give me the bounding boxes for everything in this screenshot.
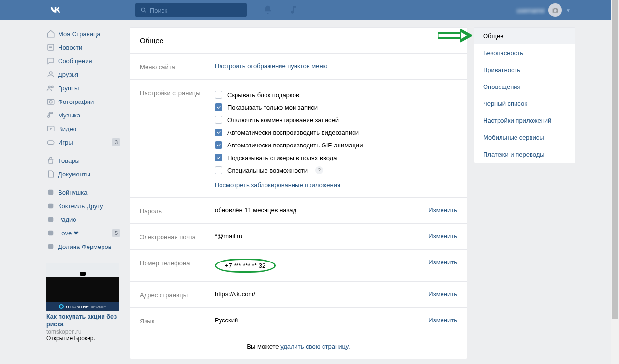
change-address-link[interactable]: Изменить — [428, 291, 457, 298]
notifications-icon[interactable] — [263, 5, 273, 16]
settings-tab-2[interactable]: Приватность — [474, 61, 575, 78]
doc-icon — [46, 170, 58, 178]
nav-item-Игры[interactable]: Игры3 — [44, 135, 123, 149]
settings-tab-7[interactable]: Платежи и переводы — [474, 146, 575, 163]
checkbox-label: Автоматически воспроизводить GIF-анимаци… — [227, 142, 363, 149]
value-phone: +7 *** *** ** 32 — [225, 262, 265, 269]
nav-item-Love ❤[interactable]: Love ❤5 — [44, 226, 123, 240]
nav-label: Долина Фермеров — [58, 243, 123, 250]
row-address: Адрес страницы https://vk.com/ Изменить — [130, 282, 467, 307]
bag-icon — [46, 156, 58, 165]
row-email: Электронная почта *@mail.ru Изменить — [130, 224, 467, 249]
checkbox[interactable] — [215, 116, 222, 124]
label-password: Пароль — [140, 206, 215, 215]
value-password: обновлён 11 месяцев назад — [215, 206, 296, 214]
checkbox-label: Показывать только мои записи — [227, 104, 318, 111]
change-phone-link[interactable]: Изменить — [428, 259, 457, 266]
ad-domain: tomskopen.ru — [46, 328, 119, 335]
row-phone: Номер телефона +7 *** *** ** 32 Изменить — [130, 250, 467, 281]
chevron-down-icon[interactable]: ▼ — [566, 8, 571, 13]
nav-label: Сообщения — [58, 58, 123, 65]
change-password-link[interactable]: Изменить — [428, 206, 457, 214]
search-input[interactable]: Поиск — [135, 3, 247, 17]
link-configure-menu[interactable]: Настроить отображение пунктов меню — [215, 62, 327, 70]
nav-item-Документы[interactable]: Документы — [44, 167, 123, 181]
app-icon — [46, 202, 58, 210]
settings-tab-0[interactable]: Общее — [474, 28, 575, 44]
checkbox-row-6: Специальные возможности? — [215, 164, 457, 176]
checkbox-row-2: Отключить комментирование записей — [215, 114, 457, 126]
nav-item-Войнушка[interactable]: Войнушка — [44, 186, 123, 199]
nav-label: Коктейль Другу — [58, 203, 123, 210]
checkbox-row-5: Подсказывать стикеры в полях ввода — [215, 151, 457, 164]
svg-point-5 — [49, 72, 52, 74]
scrollbar-thumb[interactable] — [612, 0, 618, 319]
settings-tab-1[interactable]: Безопасность — [474, 44, 575, 61]
svg-line-1 — [145, 11, 146, 13]
nav-item-Новости[interactable]: Новости — [44, 41, 123, 54]
label-email: Электронная почта — [140, 233, 215, 241]
checkbox-label: Специальные возможности — [227, 167, 308, 174]
settings-tab-3[interactable]: Оповещения — [474, 78, 575, 95]
nav-item-Долина Фермеров[interactable]: Долина Фермеров — [44, 240, 123, 253]
nav-item-Сообщения[interactable]: Сообщения — [44, 54, 123, 68]
news-icon — [46, 43, 58, 52]
page-title: Общее — [130, 28, 467, 53]
nav-label: Фотографии — [58, 98, 123, 105]
phone-highlight-annotation: +7 *** *** ** 32 — [215, 259, 276, 273]
nav-item-Фотографии[interactable]: Фотографии — [44, 95, 123, 108]
checkbox-label: Подсказывать стикеры в полях ввода — [227, 154, 337, 161]
checkbox-row-0: Скрывать блок подарков — [215, 88, 457, 101]
row-site-menu: Меню сайта Настроить отображение пунктов… — [130, 54, 467, 79]
nav-item-Видео[interactable]: Видео — [44, 122, 123, 135]
username-label: username — [516, 7, 545, 14]
nav-item-Группы[interactable]: Группы — [44, 81, 123, 95]
checkbox[interactable] — [215, 166, 222, 174]
change-language-link[interactable]: Изменить — [428, 317, 457, 324]
nav-label: Видео — [58, 125, 123, 132]
msg-icon — [46, 57, 58, 65]
svg-rect-13 — [48, 204, 54, 209]
svg-rect-12 — [48, 190, 54, 195]
checkbox[interactable] — [215, 103, 222, 111]
nav-item-Товары[interactable]: Товары — [44, 154, 123, 167]
nav-item-Коктейль Другу[interactable]: Коктейль Другу — [44, 199, 123, 213]
music-icon[interactable] — [289, 5, 299, 16]
checkbox[interactable] — [215, 154, 222, 161]
music-icon — [46, 111, 58, 119]
blocked-apps-link[interactable]: Посмотреть заблокированные приложения — [215, 181, 340, 189]
scrollbar[interactable] — [611, 0, 619, 359]
vk-logo-icon[interactable] — [48, 3, 63, 17]
nav-label: Музыка — [58, 112, 123, 119]
nav-item-Музыка[interactable]: Музыка — [44, 108, 123, 122]
checkbox[interactable] — [215, 91, 222, 99]
nav-label: Документы — [58, 171, 123, 178]
checkbox-row-4: Автоматически воспроизводить GIF-анимаци… — [215, 139, 457, 151]
delete-page-link[interactable]: удалить свою страницу. — [280, 343, 350, 350]
checkbox[interactable] — [215, 129, 222, 136]
svg-rect-16 — [48, 244, 54, 249]
nav-item-Радио[interactable]: Радио — [44, 213, 123, 226]
nav-badge: 5 — [112, 229, 120, 237]
nav-item-Моя Страница[interactable]: Моя Страница — [44, 27, 123, 41]
help-icon[interactable]: ? — [315, 166, 323, 174]
nav-label: Радио — [58, 216, 123, 223]
label-language: Язык — [140, 317, 215, 325]
svg-point-0 — [141, 8, 145, 11]
checkbox[interactable] — [215, 141, 222, 149]
footer-note: Вы можете удалить свою страницу. — [130, 334, 467, 359]
settings-tab-5[interactable]: Настройки приложений — [474, 112, 575, 129]
settings-tab-4[interactable]: Чёрный список — [474, 95, 575, 112]
change-email-link[interactable]: Изменить — [428, 233, 457, 240]
value-address: https://vk.com/ — [215, 291, 255, 298]
row-page-settings: Настройки страницы Скрывать блок подарко… — [130, 80, 467, 197]
avatar[interactable] — [548, 3, 562, 17]
nav-item-Друзья[interactable]: Друзья — [44, 68, 123, 81]
search-placeholder: Поиск — [150, 7, 167, 14]
nav-label: Моя Страница — [58, 30, 123, 38]
settings-tab-6[interactable]: Мобильные сервисы — [474, 129, 575, 146]
settings-tabs: ОбщееБезопасностьПриватностьОповещенияЧё… — [474, 27, 575, 359]
ad-block[interactable]: открытие БРОКЕР Как покупать акции без р… — [46, 263, 119, 342]
arrow-annotation-icon — [438, 29, 472, 44]
settings-main: Общее Меню сайта Настроить отображение п… — [130, 27, 467, 359]
